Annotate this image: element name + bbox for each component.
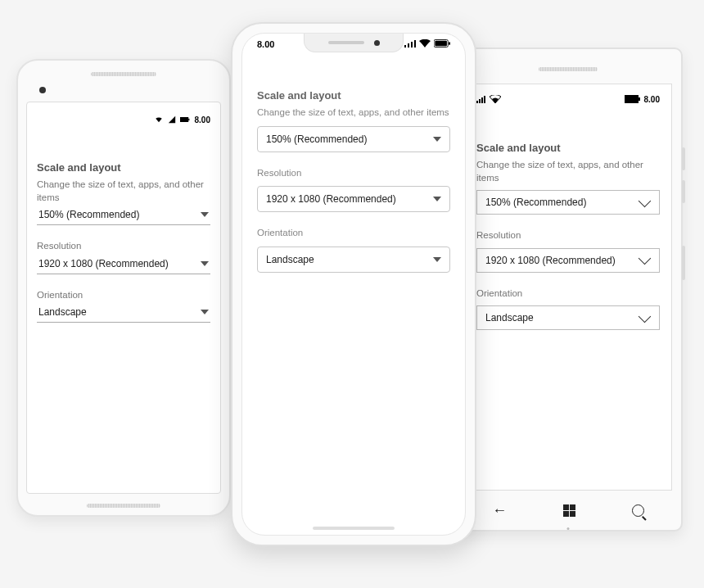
orientation-dropdown[interactable]: Landscape (476, 305, 660, 330)
speaker-grille (328, 41, 364, 44)
front-camera (374, 40, 380, 46)
battery-icon (625, 95, 641, 103)
resolution-dropdown[interactable]: 1920 x 1080 (Recommended) (37, 253, 210, 274)
svg-rect-3 (479, 99, 481, 103)
ios-phone-frame: 8.00 Scale and layout Change the size of… (231, 22, 476, 546)
orientation-label: Orientation (476, 287, 660, 301)
orientation-value: Landscape (38, 306, 87, 318)
svg-rect-7 (639, 97, 640, 101)
home-grille (87, 504, 160, 508)
chevron-down-icon (433, 137, 441, 142)
speaker-grille (539, 67, 598, 71)
svg-rect-5 (484, 96, 485, 103)
scale-dropdown[interactable]: 150% (Recommended) (37, 204, 210, 225)
svg-rect-1 (188, 119, 189, 120)
section-title: Scale and layout (257, 89, 450, 102)
search-button[interactable] (632, 504, 644, 517)
chevron-down-icon (433, 197, 441, 201)
windows-phone-frame: 8.00 Scale and layout Change the size of… (454, 47, 683, 531)
battery-icon (434, 39, 450, 47)
chevron-down-icon (639, 252, 652, 265)
orientation-value: Landscape (485, 312, 534, 323)
scale-label: Change the size of text, apps, and other… (476, 159, 660, 184)
wifi-icon (154, 115, 164, 124)
resolution-label: Resolution (476, 229, 660, 242)
status-time: 8.00 (195, 115, 210, 124)
chevron-down-icon (433, 257, 441, 262)
nav-dot (567, 527, 570, 530)
android-screen: 8.00 Scale and layout Change the size of… (26, 102, 221, 494)
resolution-value: 1920 x 1080 (Recommended) (38, 258, 169, 269)
battery-icon (180, 115, 190, 124)
svg-rect-2 (476, 101, 478, 103)
status-bar: 8.00 (37, 114, 210, 125)
resolution-dropdown[interactable]: 1920 x 1080 (Recommended) (476, 248, 660, 273)
status-icons (404, 39, 450, 47)
scale-value: 150% (Recommended) (485, 197, 586, 208)
orientation-label: Orientation (37, 289, 210, 302)
signal-icon (404, 39, 416, 47)
svg-rect-6 (625, 95, 639, 103)
svg-rect-14 (449, 42, 450, 45)
signal-icon (167, 115, 177, 124)
chevron-down-icon (639, 310, 652, 323)
nav-bar: ← (464, 495, 672, 525)
resolution-value: 1920 x 1080 (Recommended) (485, 255, 616, 266)
svg-rect-10 (411, 42, 413, 47)
scale-label: Change the size of text, apps, and other… (257, 106, 450, 120)
windows-screen: 8.00 Scale and layout Change the size of… (464, 84, 672, 491)
chevron-down-icon (201, 310, 209, 314)
resolution-label: Resolution (37, 240, 210, 253)
status-time: 8.00 (644, 95, 660, 104)
chevron-down-icon (639, 194, 652, 207)
ios-screen: 8.00 Scale and layout Change the size of… (241, 33, 466, 536)
status-bar: 8.00 (476, 93, 660, 106)
orientation-dropdown[interactable]: Landscape (37, 301, 210, 323)
notch (304, 34, 404, 52)
orientation-dropdown[interactable]: Landscape (257, 247, 450, 273)
chevron-down-icon (201, 261, 209, 266)
resolution-label: Resolution (257, 167, 450, 180)
side-button (682, 147, 685, 170)
resolution-dropdown[interactable]: 1920 x 1080 (Recommended) (257, 186, 450, 212)
android-phone-frame: 8.00 Scale and layout Change the size of… (16, 59, 231, 517)
wifi-icon (490, 95, 501, 103)
svg-rect-0 (180, 117, 188, 122)
wifi-icon (419, 39, 431, 47)
orientation-value: Landscape (266, 254, 314, 265)
status-time: 8.00 (257, 39, 274, 49)
section-title: Scale and layout (37, 161, 210, 174)
svg-rect-13 (435, 41, 447, 46)
back-button[interactable]: ← (492, 502, 507, 519)
svg-rect-4 (481, 97, 483, 103)
signal-icon (476, 95, 486, 103)
scale-value: 150% (Recommended) (266, 133, 367, 145)
chevron-down-icon (201, 212, 209, 217)
orientation-label: Orientation (257, 227, 450, 240)
svg-rect-9 (408, 43, 409, 47)
scale-dropdown[interactable]: 150% (Recommended) (257, 126, 450, 152)
svg-rect-11 (414, 40, 416, 47)
front-camera (39, 87, 46, 93)
speaker-grille (91, 72, 156, 76)
scale-value: 150% (Recommended) (38, 209, 139, 220)
side-button (682, 180, 685, 203)
home-indicator[interactable] (313, 527, 395, 530)
side-button (682, 246, 685, 280)
scale-label: Change the size of text, apps, and other… (37, 179, 210, 204)
section-title: Scale and layout (476, 142, 660, 154)
windows-button[interactable] (563, 504, 575, 517)
scale-dropdown[interactable]: 150% (Recommended) (476, 190, 660, 215)
svg-rect-8 (404, 45, 406, 47)
resolution-value: 1920 x 1080 (Recommended) (266, 193, 396, 205)
